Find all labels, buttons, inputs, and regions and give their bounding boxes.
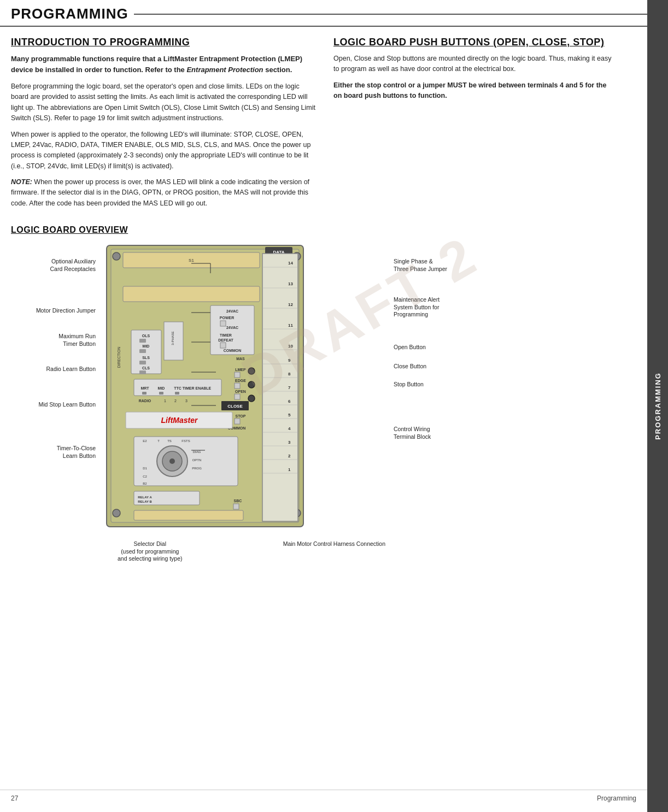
bottom-callouts: Selector Dial (used for programming and … [118, 540, 385, 563]
svg-text:DEFEAT: DEFEAT [218, 338, 233, 342]
callout-open-button: Open Button [394, 344, 426, 351]
svg-text:2: 2 [174, 399, 177, 403]
svg-rect-110 [134, 510, 243, 520]
svg-text:FSTS: FSTS [181, 439, 190, 443]
svg-text:MAS: MAS [236, 357, 245, 361]
intro-title: INTRODUCTION TO PROGRAMMING [11, 37, 317, 48]
header-line [134, 14, 657, 15]
svg-rect-37 [235, 383, 240, 389]
svg-text:MRT: MRT [140, 386, 149, 390]
page-footer: 27 Programming [0, 790, 647, 807]
svg-text:12: 12 [288, 302, 293, 307]
svg-text:TIMER ENABLE: TIMER ENABLE [183, 386, 212, 390]
right-para1: Open, Close and Stop buttons are mounted… [333, 54, 614, 75]
svg-text:LiftMaster: LiftMaster [161, 416, 198, 425]
svg-text:SLS: SLS [142, 356, 150, 360]
board-overview-title: LOGIC BOARD OVERVIEW [11, 225, 614, 235]
svg-point-2 [113, 252, 120, 260]
svg-text:POWER: POWER [220, 316, 234, 320]
main-content: INTRODUCTION TO PROGRAMMING Many program… [0, 27, 647, 558]
callout-timer-close: Timer-To-Close Learn Button [11, 445, 96, 460]
svg-point-108 [248, 381, 255, 388]
board-svg: DATA S1 OLS MID SLS [101, 243, 391, 538]
callout-main-motor: Main Motor Control Harness Connection [283, 540, 385, 563]
svg-rect-77 [233, 504, 239, 509]
svg-text:S1: S1 [189, 258, 194, 263]
italic-phrase: Entrapment Protection [186, 66, 263, 74]
svg-point-109 [248, 395, 255, 402]
svg-text:EDGE: EDGE [235, 379, 246, 383]
right-para2: Either the stop control or a jumper MUST… [333, 80, 614, 102]
svg-text:11: 11 [288, 323, 293, 328]
svg-rect-16 [139, 349, 146, 353]
svg-text:RELAY A: RELAY A [138, 496, 152, 499]
svg-rect-20 [139, 370, 146, 374]
svg-text:TS: TS [167, 439, 172, 443]
svg-text:PROG: PROG [192, 467, 202, 470]
callout-close-button: Close Button [394, 363, 426, 370]
svg-text:CLS: CLS [142, 366, 150, 370]
svg-rect-52 [175, 392, 179, 395]
svg-text:SBC: SBC [234, 499, 242, 503]
svg-rect-35 [235, 372, 240, 378]
page-header: PROGRAMMING [0, 0, 668, 27]
svg-text:OPTN: OPTN [192, 458, 202, 462]
svg-text:24VAC: 24VAC [226, 326, 238, 329]
svg-text:3: 3 [185, 399, 187, 403]
svg-text:3-PHASE: 3-PHASE [171, 331, 174, 345]
svg-rect-27 [220, 321, 226, 326]
svg-point-62 [169, 458, 175, 464]
svg-rect-50 [142, 392, 147, 395]
svg-text:DIAG: DIAG [193, 450, 201, 454]
board-diagram-container: Optional Auxiliary Card Receptacles Moto… [11, 243, 634, 549]
right-section-title: LOGIC BOARD PUSH BUTTONS (OPEN, CLOSE, S… [333, 37, 614, 48]
para2: When power is applied to the operator, t… [11, 130, 317, 172]
svg-text:OPEN: OPEN [235, 390, 246, 393]
svg-rect-11 [123, 286, 260, 302]
svg-text:9: 9 [288, 358, 291, 363]
para1: Before programming the logic board, set … [11, 81, 317, 124]
svg-text:14: 14 [288, 261, 293, 266]
svg-point-3 [113, 509, 120, 517]
svg-text:COMMON: COMMON [224, 349, 242, 352]
svg-text:7: 7 [288, 385, 291, 390]
svg-text:LMEP: LMEP [235, 368, 246, 372]
svg-text:DIRECTION: DIRECTION [117, 347, 121, 368]
svg-rect-39 [235, 394, 240, 399]
svg-text:D1: D1 [143, 467, 147, 470]
svg-text:1: 1 [288, 467, 291, 472]
svg-text:TTC: TTC [174, 386, 181, 390]
svg-rect-31 [220, 343, 226, 348]
callout-single-phase: Single Phase & Three Phase Jumper [394, 258, 447, 273]
svg-text:5: 5 [288, 413, 291, 417]
svg-rect-14 [139, 339, 146, 343]
svg-text:2: 2 [288, 454, 291, 458]
two-col-layout: INTRODUCTION TO PROGRAMMING Many program… [11, 37, 614, 214]
svg-text:B2: B2 [143, 482, 147, 485]
svg-text:RADIO: RADIO [139, 399, 151, 403]
svg-rect-78 [262, 254, 298, 521]
svg-text:4: 4 [288, 426, 291, 431]
page-number: 27 [11, 795, 18, 802]
callout-motor-direction: Motor Direction Jumper [11, 307, 96, 315]
svg-text:1: 1 [164, 399, 166, 403]
svg-text:24VAC: 24VAC [226, 309, 238, 313]
svg-text:T: T [157, 439, 160, 443]
callout-radio-learn: Radio Learn Button [11, 366, 96, 373]
col-left: INTRODUCTION TO PROGRAMMING Many program… [11, 37, 317, 214]
svg-rect-43 [235, 419, 240, 424]
svg-text:STOP: STOP [236, 414, 246, 418]
callout-stop-button: Stop Button [394, 381, 424, 389]
svg-rect-18 [139, 361, 146, 364]
board-overview-section: LOGIC BOARD OVERVIEW Optional Auxiliary … [11, 225, 614, 549]
svg-text:C2: C2 [143, 475, 147, 478]
svg-text:3: 3 [288, 440, 291, 445]
note-label: NOTE: [11, 178, 32, 186]
callout-maintenance-alert: Maintenance Alert System Button for Prog… [394, 296, 440, 319]
bold-warning: Either the stop control or a jumper MUST… [333, 81, 606, 99]
svg-text:MID: MID [158, 386, 165, 390]
svg-text:6: 6 [288, 399, 291, 404]
svg-text:13: 13 [288, 281, 293, 286]
callout-optional-aux: Optional Auxiliary Card Receptacles [11, 258, 96, 273]
callout-max-run: Maximum Run Timer Button [11, 333, 96, 348]
